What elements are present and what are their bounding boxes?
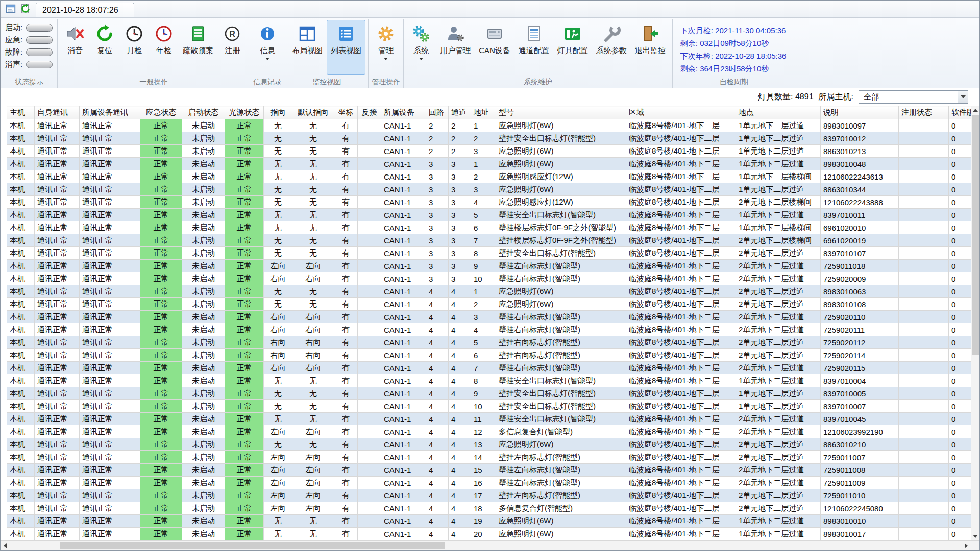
user-manage-button[interactable]: 用户管理 <box>436 20 475 75</box>
mute-button[interactable]: 消音 <box>60 20 90 75</box>
table-row[interactable]: 本机通讯正常通讯正常正常未启动正常右向右向有CAN1-1447壁挂右向标志灯(智… <box>7 362 971 374</box>
system-dropdown-button[interactable]: 系统 <box>406 20 436 75</box>
annual-check-button[interactable]: 年检 <box>149 20 179 75</box>
table-cell: CAN1-1 <box>381 528 426 540</box>
table-row[interactable]: 本机通讯正常通讯正常正常未启动正常左向左向有CAN1-1339壁挂左向标志灯(智… <box>7 260 971 272</box>
table-row[interactable]: 本机通讯正常通讯正常正常未启动正常无无有CAN1-1442应急照明灯(6W)临波… <box>7 298 971 311</box>
table-row[interactable]: 本机通讯正常通讯正常正常未启动正常右向右向有CAN1-1443壁挂右向标志灯(智… <box>7 311 971 323</box>
table-cell: 临波庭8号楼/401-地下二层 <box>626 311 736 323</box>
column-header[interactable]: 区域 <box>626 106 736 119</box>
column-header[interactable]: 说明 <box>821 106 899 119</box>
table-cell: 未启动 <box>182 183 225 196</box>
table-row[interactable]: 本机通讯正常通讯正常正常未启动正常左向左向有CAN1-14417壁挂左向标志灯(… <box>7 489 971 502</box>
table-row[interactable]: 本机通讯正常通讯正常正常未启动正常无无有CAN1-1449壁挂安全出口标志灯(智… <box>7 387 971 400</box>
table-row[interactable]: 本机通讯正常通讯正常正常未启动正常无无有CAN1-14410壁挂安全出口标志灯(… <box>7 400 971 413</box>
monthly-check-button[interactable]: 月检 <box>119 20 149 75</box>
layout-view-button[interactable]: 布局视图 <box>288 20 327 75</box>
host-select[interactable]: 全部 <box>859 90 968 104</box>
scroll-down-button[interactable] <box>971 532 979 540</box>
table-cell: 0 <box>949 489 971 502</box>
vertical-scroll-thumb[interactable] <box>972 115 979 355</box>
reset-button[interactable]: 复位 <box>90 20 119 75</box>
document-tab[interactable]: 2021-10-28 18:07:26 <box>36 3 134 17</box>
refresh-view-icon[interactable] <box>19 3 32 15</box>
table-cell: 有 <box>334 464 358 477</box>
exit-monitor-button[interactable]: 退出监控 <box>631 20 670 75</box>
table-row[interactable]: 本机通讯正常通讯正常正常未启动正常无无有CAN1-1441应急照明灯(6W)临波… <box>7 285 971 298</box>
table-row[interactable]: 本机通讯正常通讯正常正常未启动正常右向右向有CAN1-1444壁挂右向标志灯(智… <box>7 323 971 336</box>
table-cell: 0 <box>949 234 971 247</box>
table-cell: 本机 <box>7 234 35 247</box>
scroll-right-button[interactable] <box>962 541 971 550</box>
channel-config-button[interactable]: 通道配置 <box>514 20 553 75</box>
column-header[interactable]: 主机 <box>7 106 35 119</box>
table-row[interactable]: 本机通讯正常通讯正常正常未启动正常右向右向有CAN1-13310壁挂右向标志灯(… <box>7 272 971 285</box>
table-row[interactable]: 本机通讯正常通讯正常正常未启动正常左向左向有CAN1-14414壁挂左向标志灯(… <box>7 451 971 464</box>
horizontal-scroll-thumb[interactable] <box>60 542 445 549</box>
table-row[interactable]: 本机通讯正常通讯正常正常未启动正常无无有CAN1-1221应急照明灯(6W)临波… <box>7 119 971 132</box>
table-cell: 4 <box>471 196 496 209</box>
register-button[interactable]: R 注册 <box>217 20 247 75</box>
column-header[interactable]: 光源状态 <box>225 106 264 119</box>
table-cell: 20 <box>471 528 496 540</box>
table-row[interactable]: 本机通讯正常通讯正常正常未启动正常无无有CAN1-1335壁挂安全出口标志灯(智… <box>7 209 971 221</box>
evacuation-plan-button[interactable]: 疏散预案 <box>179 20 217 75</box>
column-header[interactable]: 软件版本 <box>949 106 971 119</box>
column-header[interactable]: 指向 <box>264 106 292 119</box>
list-view-button[interactable]: 列表视图 <box>327 20 365 75</box>
evacuation-plan-label: 疏散预案 <box>183 46 213 55</box>
lamp-config-button[interactable]: 灯具配置 <box>553 20 592 75</box>
table-row[interactable]: 本机通讯正常通讯正常正常未启动正常无无有CAN1-1337壁挂楼层标志灯0F-9… <box>7 234 971 247</box>
column-header[interactable]: 自身通讯 <box>35 106 80 119</box>
manage-dropdown-button[interactable]: 管理 <box>371 20 401 75</box>
exit-sign-icon <box>563 24 582 43</box>
column-header[interactable]: 型号 <box>496 106 626 119</box>
column-header[interactable]: 所属设备 <box>381 106 426 119</box>
table-cell: 无 <box>264 221 292 234</box>
table-row[interactable]: 本机通讯正常通讯正常正常未启动正常无无有CAN1-1334应急照明感应灯(12W… <box>7 196 971 209</box>
column-header[interactable]: 回路 <box>426 106 449 119</box>
table-row[interactable]: 本机通讯正常通讯正常正常未启动正常无无有CAN1-1338壁挂安全出口标志灯(智… <box>7 247 971 260</box>
table-row[interactable]: 本机通讯正常通讯正常正常未启动正常无无有CAN1-1332应急照明感应灯(12W… <box>7 170 971 183</box>
scroll-up-button[interactable] <box>971 106 979 114</box>
host-select-dropdown-button[interactable] <box>958 91 968 103</box>
table-row[interactable]: 本机通讯正常通讯正常正常未启动正常左向左向有CAN1-14416壁挂左向标志灯(… <box>7 477 971 489</box>
table-row[interactable]: 本机通讯正常通讯正常正常未启动正常无无有CAN1-1223应急照明灯(6W)临波… <box>7 145 971 158</box>
horizontal-scrollbar[interactable] <box>1 540 979 550</box>
can-device-button[interactable]: CAN设备 <box>475 20 514 75</box>
table-row[interactable]: 本机通讯正常通讯正常正常未启动正常右向右向有CAN1-1445壁挂右向标志灯(智… <box>7 336 971 349</box>
column-header[interactable]: 地点 <box>736 106 821 119</box>
scroll-left-button[interactable] <box>1 541 10 550</box>
column-header[interactable]: 地址 <box>471 106 496 119</box>
column-header[interactable]: 应急状态 <box>140 106 182 119</box>
column-header[interactable]: 通道 <box>449 106 471 119</box>
table-row[interactable]: 本机通讯正常通讯正常正常未启动正常左向左向有CAN1-14415壁挂左向标志灯(… <box>7 464 971 477</box>
column-header[interactable]: 默认指向 <box>292 106 334 119</box>
column-header[interactable]: 反接 <box>358 106 381 119</box>
table-row[interactable]: 本机通讯正常通讯正常正常未启动正常左向左向有CAN1-14418多信息复合灯(智… <box>7 502 971 515</box>
system-params-button[interactable]: 系统参数 <box>592 20 631 75</box>
table-row[interactable]: 本机通讯正常通讯正常正常未启动正常无无有CAN1-1336壁挂楼层标志灯0F-9… <box>7 221 971 234</box>
info-dropdown-button[interactable]: 信息 <box>253 20 282 75</box>
table-row[interactable]: 本机通讯正常通讯正常正常未启动正常无无有CAN1-1222壁挂安全出口标志灯(智… <box>7 132 971 145</box>
table-row[interactable]: 本机通讯正常通讯正常正常未启动正常无无有CAN1-1448壁挂安全出口标志灯(智… <box>7 374 971 387</box>
table-row[interactable]: 本机通讯正常通讯正常正常未启动正常左向左向有CAN1-14412多信息复合灯(智… <box>7 425 971 438</box>
table-cell: 8 <box>471 374 496 387</box>
column-header[interactable]: 注册状态 <box>899 106 949 119</box>
table-row[interactable]: 本机通讯正常通讯正常正常未启动正常右向右向有CAN1-1446壁挂右向标志灯(智… <box>7 349 971 362</box>
table-row[interactable]: 本机通讯正常通讯正常正常未启动正常无无有CAN1-1333应急照明灯(6W)临波… <box>7 183 971 196</box>
arrow-left-icon <box>4 543 7 548</box>
column-header[interactable]: 所属设备通讯 <box>80 106 140 119</box>
column-header[interactable]: 启动状态 <box>182 106 225 119</box>
table-row[interactable]: 本机通讯正常通讯正常正常未启动正常无无有CAN1-14420应急照明灯(6W)临… <box>7 528 971 540</box>
table-row[interactable]: 本机通讯正常通讯正常正常未启动正常无无有CAN1-14411壁挂安全出口标志灯(… <box>7 413 971 425</box>
table-cell: 19 <box>471 515 496 528</box>
table-row[interactable]: 本机通讯正常通讯正常正常未启动正常无无有CAN1-1331应急照明灯(6W)临波… <box>7 158 971 170</box>
table-row[interactable]: 本机通讯正常通讯正常正常未启动正常无无有CAN1-14419应急照明灯(6W)临… <box>7 515 971 528</box>
table-cell: 无 <box>292 209 334 221</box>
table-cell: 4 <box>471 323 496 336</box>
app-form-icon[interactable] <box>5 3 17 15</box>
table-row[interactable]: 本机通讯正常通讯正常正常未启动正常无无有CAN1-14413应急照明灯(6W)临… <box>7 438 971 451</box>
vertical-scrollbar[interactable] <box>971 106 979 540</box>
column-header[interactable]: 坐标 <box>334 106 358 119</box>
